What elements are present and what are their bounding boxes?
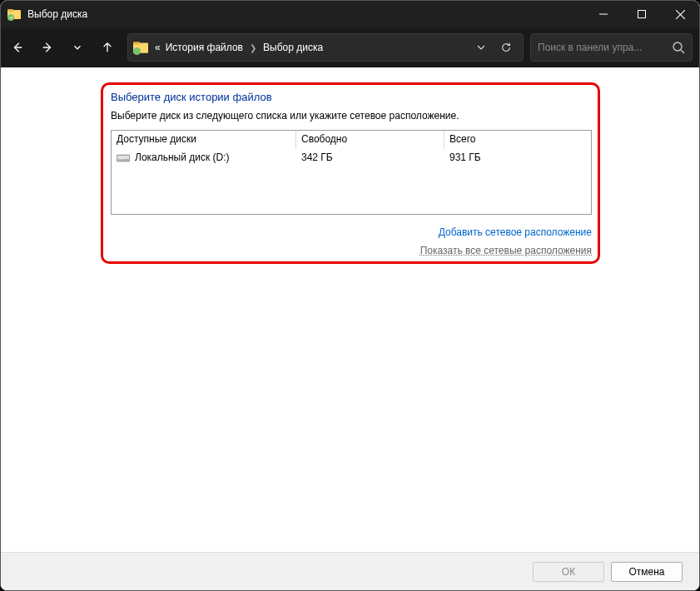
footer: ОК Отмена bbox=[1, 552, 699, 590]
back-button[interactable] bbox=[4, 34, 31, 61]
panel-heading: Выберите диск истории файлов bbox=[111, 91, 592, 103]
window-controls bbox=[584, 1, 699, 27]
cancel-button[interactable]: Отмена bbox=[611, 562, 683, 582]
ok-button[interactable]: ОК bbox=[533, 562, 604, 582]
window: Выбор диска « История файлов ❯ Выбор дис… bbox=[0, 0, 700, 591]
folder-icon bbox=[133, 40, 148, 55]
col-free[interactable]: Свободно bbox=[296, 131, 444, 149]
svg-rect-10 bbox=[133, 42, 140, 44]
svg-rect-15 bbox=[117, 156, 129, 159]
breadcrumb-level2[interactable]: Выбор диска bbox=[261, 40, 325, 55]
up-button[interactable] bbox=[94, 34, 121, 61]
svg-point-11 bbox=[133, 47, 141, 55]
content-area: Выберите диск истории файлов Выберите ди… bbox=[1, 67, 699, 552]
chevron-right-icon: ❯ bbox=[246, 43, 260, 52]
maximize-button[interactable] bbox=[623, 1, 661, 27]
search-icon bbox=[672, 41, 685, 54]
panel-description: Выберите диск из следующего списка или у… bbox=[111, 110, 592, 122]
drive-icon bbox=[117, 153, 130, 162]
svg-point-2 bbox=[7, 14, 14, 21]
svg-rect-1 bbox=[7, 9, 13, 12]
drive-total: 931 ГБ bbox=[449, 151, 481, 163]
recent-button[interactable] bbox=[64, 34, 91, 61]
breadcrumb-prefix: « bbox=[153, 40, 162, 55]
drive-free: 342 ГБ bbox=[301, 151, 333, 163]
svg-rect-4 bbox=[638, 11, 646, 18]
link-area: Добавить сетевое расположение Показать в… bbox=[111, 223, 592, 260]
chevron-down-icon[interactable] bbox=[469, 36, 493, 59]
close-button[interactable] bbox=[661, 1, 699, 27]
app-icon bbox=[7, 7, 21, 21]
svg-point-16 bbox=[127, 159, 128, 161]
address-bar[interactable]: « История файлов ❯ Выбор диска bbox=[127, 33, 524, 62]
table-body: Локальный диск (D:) 342 ГБ 931 ГБ bbox=[112, 149, 591, 214]
select-drive-panel: Выберите диск истории файлов Выберите ди… bbox=[111, 91, 592, 260]
table-header: Доступные диски Свободно Всего bbox=[112, 131, 591, 149]
navbar: « История файлов ❯ Выбор диска Поиск в п… bbox=[1, 27, 699, 67]
svg-line-13 bbox=[681, 50, 684, 53]
drive-name: Локальный диск (D:) bbox=[135, 151, 230, 163]
forward-button[interactable] bbox=[34, 34, 61, 61]
breadcrumb-level1[interactable]: История файлов bbox=[164, 40, 245, 55]
show-all-link[interactable]: Показать все сетевые расположения bbox=[111, 241, 592, 260]
minimize-button[interactable] bbox=[584, 1, 623, 27]
refresh-button[interactable] bbox=[494, 36, 518, 59]
col-total[interactable]: Всего bbox=[444, 131, 591, 149]
search-placeholder: Поиск в панели упра... bbox=[538, 42, 672, 53]
window-title: Выбор диска bbox=[27, 8, 87, 20]
drive-table: Доступные диски Свободно Всего Локальный… bbox=[111, 130, 592, 215]
search-input[interactable]: Поиск в панели упра... bbox=[530, 33, 693, 62]
table-row[interactable]: Локальный диск (D:) 342 ГБ 931 ГБ bbox=[112, 149, 591, 166]
titlebar: Выбор диска bbox=[1, 1, 699, 27]
svg-point-12 bbox=[673, 42, 682, 51]
add-network-link[interactable]: Добавить сетевое расположение bbox=[111, 223, 592, 241]
col-available[interactable]: Доступные диски bbox=[112, 131, 296, 149]
